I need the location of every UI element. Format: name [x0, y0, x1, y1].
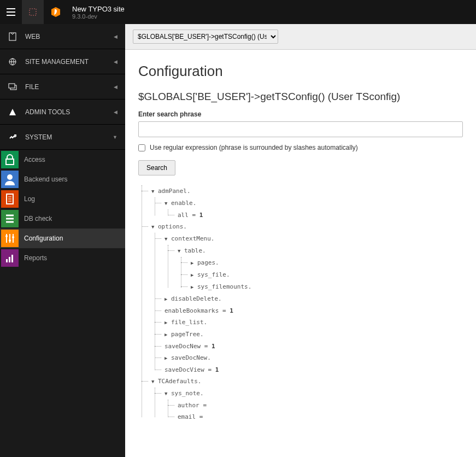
tree-node[interactable]: ▼options. ▼contextMenu. ▼table. ▶pages. …: [150, 221, 463, 376]
expanded-icon[interactable]: ▼: [178, 245, 183, 257]
nav-item-label: Access: [20, 156, 45, 163]
collapsed-icon[interactable]: ▶: [164, 317, 170, 329]
hamburger-button[interactable]: [0, 0, 22, 24]
site-title: New TYPO3 site: [72, 5, 125, 13]
config-tree: ▼admPanel. ▼enable. all = 1 ▼options. ▼c…: [138, 185, 463, 423]
regex-checkbox[interactable]: [138, 144, 145, 151]
svg-point-12: [5, 235, 8, 237]
tree-leaf[interactable]: author =: [177, 400, 463, 411]
search-input[interactable]: [138, 121, 463, 137]
site-version: 9.3.0-dev: [72, 13, 125, 20]
tree-node[interactable]: ▶saveDocNew.: [163, 352, 463, 364]
expanded-icon[interactable]: ▼: [164, 198, 170, 209]
expanded-icon[interactable]: ▼: [164, 388, 170, 400]
caret-left-icon: ◀: [114, 109, 117, 115]
expanded-icon[interactable]: ▼: [151, 186, 157, 197]
tree-node[interactable]: ▶sys_file.: [190, 269, 463, 281]
site-icon: [8, 57, 17, 66]
nav-item-dbcheck[interactable]: DB check: [0, 209, 125, 228]
tree-node[interactable]: ▶file_list.: [163, 317, 463, 329]
tree-leaf[interactable]: saveDocView = 1: [163, 364, 463, 376]
main-content: $GLOBALS['BE_USER']->getTSConfig() (User…: [125, 24, 476, 457]
expanded-icon[interactable]: ▼: [151, 376, 157, 388]
access-icon: [0, 150, 20, 169]
module-group-web[interactable]: WEB ◀: [0, 24, 125, 49]
module-label: WEB: [25, 33, 114, 40]
caret-left-icon: ◀: [114, 34, 117, 39]
svg-point-14: [12, 236, 14, 238]
tree-node[interactable]: ▶pageTree.: [163, 329, 463, 341]
clear-cache-icon[interactable]: [22, 0, 44, 24]
svg-rect-17: [9, 257, 10, 262]
collapsed-icon[interactable]: ▶: [164, 353, 170, 364]
collapsed-icon[interactable]: ▶: [164, 329, 170, 341]
svg-rect-4: [9, 84, 15, 88]
tree-node[interactable]: ▼contextMenu. ▼table. ▶pages. ▶sys_file.…: [163, 233, 463, 293]
search-button[interactable]: Search: [138, 160, 175, 175]
collapsed-icon[interactable]: ▶: [191, 269, 196, 281]
tree-node[interactable]: ▼enable. all = 1: [163, 197, 463, 221]
nav-item-log[interactable]: Log: [0, 189, 125, 209]
caret-left-icon: ◀: [114, 84, 117, 90]
nav-item-access[interactable]: Access: [0, 150, 125, 169]
reports-icon: [0, 248, 20, 268]
search-label: Enter search phrase: [138, 110, 463, 118]
nav-item-label: Reports: [20, 254, 47, 262]
nav-item-label: Backend users: [20, 175, 67, 183]
svg-point-7: [7, 174, 13, 180]
module-group-file[interactable]: FILE ◀: [0, 74, 125, 99]
nav-item-configuration[interactable]: Configuration: [0, 228, 125, 248]
module-group-system[interactable]: SYSTEM ▼: [0, 125, 125, 150]
beusers-icon: [0, 169, 20, 189]
svg-rect-18: [11, 255, 13, 262]
site-info: New TYPO3 site 9.3.0-dev: [68, 5, 125, 20]
tree-node[interactable]: ▼TCAdefaults. ▼sys_note. author = email …: [150, 376, 463, 423]
nav-item-reports[interactable]: Reports: [0, 248, 125, 268]
caret-down-icon: ▼: [113, 134, 117, 140]
svg-rect-16: [6, 259, 8, 262]
collapsed-icon[interactable]: ▶: [191, 282, 196, 293]
page-subheading: $GLOBALS['BE_USER']->getTSConfig() (User…: [138, 91, 463, 103]
dbcheck-icon: [0, 209, 20, 228]
admin-icon: [8, 108, 17, 116]
top-bar: New TYPO3 site 9.3.0-dev: [0, 0, 476, 24]
expanded-icon[interactable]: ▼: [151, 221, 157, 233]
typo3-logo-icon: [44, 0, 68, 24]
log-icon: [0, 189, 20, 209]
caret-left-icon: ◀: [114, 59, 117, 65]
nav-item-label: DB check: [20, 215, 52, 222]
file-icon: [8, 83, 17, 90]
collapsed-icon[interactable]: ▶: [164, 294, 170, 305]
system-icon: [8, 133, 17, 142]
tree-node[interactable]: ▼sys_note. author = email =: [163, 388, 463, 423]
collapsed-icon[interactable]: ▶: [191, 257, 196, 269]
tree-leaf[interactable]: enableBookmarks = 1: [163, 305, 463, 317]
module-label: SITE MANAGEMENT: [25, 58, 114, 66]
nav-item-label: Log: [20, 195, 35, 203]
tree-leaf[interactable]: saveDocNew = 1: [163, 341, 463, 352]
web-icon: [8, 32, 17, 41]
expanded-icon[interactable]: ▼: [164, 233, 170, 245]
tree-leaf[interactable]: email =: [177, 411, 463, 423]
module-label: ADMIN TOOLS: [25, 108, 114, 116]
module-label: SYSTEM: [25, 133, 113, 141]
tree-node[interactable]: ▼admPanel. ▼enable. all = 1: [150, 185, 463, 221]
page-heading: Configuration: [138, 63, 463, 80]
tree-node[interactable]: ▶disableDelete.: [163, 293, 463, 305]
module-label: FILE: [25, 83, 114, 91]
tree-node[interactable]: ▼table. ▶pages. ▶sys_file. ▶sys_filemoun…: [177, 245, 463, 293]
module-group-admin[interactable]: ADMIN TOOLS ◀: [0, 99, 125, 125]
module-group-site[interactable]: SITE MANAGEMENT ◀: [0, 49, 125, 74]
content-toolbar: $GLOBALS['BE_USER']->getTSConfig() (User…: [125, 24, 476, 50]
tree-node[interactable]: ▶pages.: [190, 257, 463, 269]
regex-label: Use regular expression (phrase is surrou…: [150, 144, 358, 151]
tree-node[interactable]: ▶sys_filemounts.: [190, 281, 463, 293]
module-sidebar: WEB ◀ SITE MANAGEMENT ◀ FILE ◀ ADMIN TOO…: [0, 24, 125, 457]
svg-rect-0: [30, 9, 36, 15]
configuration-icon: [0, 228, 20, 248]
nav-item-beusers[interactable]: Backend users: [0, 169, 125, 189]
svg-rect-1: [9, 33, 16, 40]
config-selector[interactable]: $GLOBALS['BE_USER']->getTSConfig() (User…: [133, 30, 278, 44]
tree-leaf[interactable]: all = 1: [177, 209, 463, 221]
nav-item-label: Configuration: [20, 235, 63, 242]
